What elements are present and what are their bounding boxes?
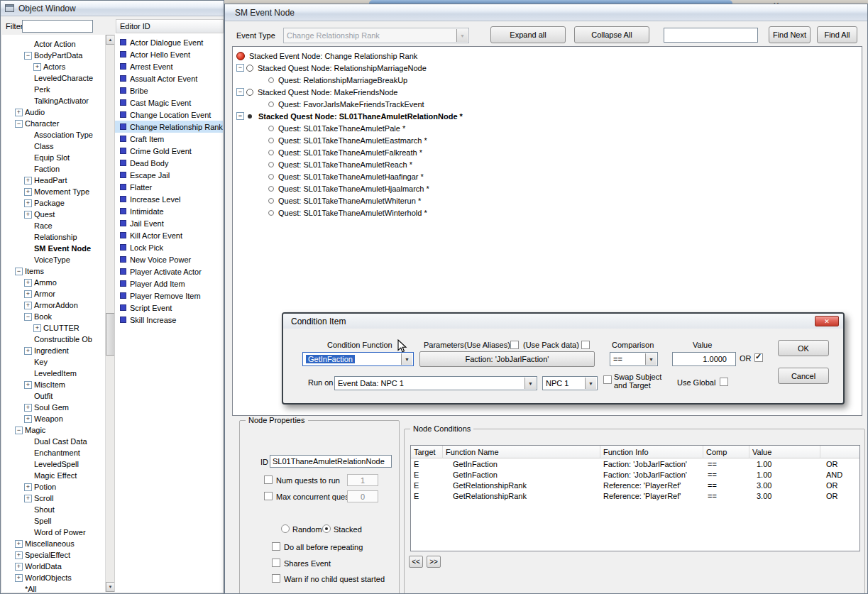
editor-id-item[interactable]: Kill Actor Event	[115, 229, 223, 241]
expand-icon[interactable]: +	[24, 177, 32, 185]
column-header-value[interactable]: Value	[749, 446, 820, 458]
editor-id-item[interactable]: Crime Gold Event	[115, 145, 223, 157]
object-tree-item[interactable]: +Potion	[2, 481, 105, 493]
node-id-input[interactable]	[270, 455, 392, 468]
use-aliases-checkbox[interactable]	[510, 341, 519, 349]
tree-scrollbar[interactable]: ▲ ▼	[105, 35, 114, 592]
sm-tree-item[interactable]: Quest: SL01TakeThaneAmuletReach *	[233, 158, 862, 170]
expand-icon[interactable]: +	[24, 404, 32, 412]
cancel-button[interactable]: Cancel	[778, 368, 829, 384]
object-tree-item[interactable]: VoiceType	[2, 254, 105, 265]
object-tree-item[interactable]: LeveledSpell	[2, 458, 105, 470]
sm-tree-item[interactable]: Quest: SL01TakeThaneAmuletFalkreath *	[233, 146, 862, 158]
object-tree-item[interactable]: Race	[2, 220, 105, 231]
find-all-button[interactable]: Find All	[817, 26, 857, 43]
editor-id-item[interactable]: Dead Body	[115, 157, 223, 169]
swap-subject-checkbox[interactable]	[603, 375, 612, 384]
condition-row[interactable]: EGetInFactionFaction: 'JobJarlFaction'==…	[411, 469, 859, 480]
object-tree-item[interactable]: Equip Slot	[2, 152, 105, 163]
object-tree-item[interactable]: +Audio	[2, 106, 105, 118]
object-tree-item[interactable]: Enchantment	[2, 447, 105, 458]
expand-icon[interactable]: +	[24, 279, 32, 287]
object-tree-item[interactable]: Perk	[2, 84, 105, 95]
editor-id-item[interactable]: Craft Item	[115, 133, 223, 145]
editor-id-item[interactable]: Change Relationship Rank	[115, 121, 223, 133]
expand-icon[interactable]: +	[33, 63, 41, 71]
collapse-icon[interactable]: −	[236, 112, 244, 120]
use-pack-data-checkbox[interactable]	[581, 341, 590, 349]
chevron-down-icon[interactable]: ▼	[401, 353, 412, 365]
object-window-titlebar[interactable]: Object Window	[1, 1, 224, 16]
object-tree-item[interactable]: +WorldObjects	[2, 572, 105, 583]
object-tree-item[interactable]: Association Type	[2, 129, 105, 141]
collapse-icon[interactable]: −	[15, 427, 23, 434]
expand-icon[interactable]: +	[33, 324, 41, 332]
parameters-button[interactable]: Faction: 'JobJarlFaction'	[419, 351, 595, 367]
filter-input[interactable]	[22, 20, 93, 33]
editor-id-item[interactable]: Cast Magic Event	[115, 97, 223, 109]
object-tree-item[interactable]: +HeadPart	[2, 175, 105, 186]
sm-tree-item[interactable]: Stacked Event Node: Change Relationship …	[233, 50, 862, 62]
ok-button[interactable]: OK	[778, 340, 829, 356]
editor-id-item[interactable]: Increase Level	[115, 193, 223, 205]
sm-tree-item[interactable]: Quest: SL01TakeThaneAmuletHjaalmarch *	[233, 182, 862, 194]
column-header-function-info[interactable]: Function Info	[600, 446, 703, 458]
object-tree-item[interactable]: +Scroll	[2, 493, 105, 504]
object-tree-item[interactable]: +Soul Gem	[2, 402, 105, 413]
editor-id-item[interactable]: Player Remove Item	[115, 290, 223, 302]
editor-id-item[interactable]: Jail Event	[115, 217, 223, 229]
sm-tree-item[interactable]: −Stacked Quest Node: RelationshipMarriag…	[233, 62, 862, 74]
object-tree-item[interactable]: +Quest	[2, 209, 105, 220]
expand-all-button[interactable]: Expand all	[490, 26, 566, 43]
condition-dialog-titlebar[interactable]: Condition Item	[283, 314, 843, 329]
object-tree-item[interactable]: −Magic	[2, 424, 105, 436]
expand-icon[interactable]: +	[24, 381, 32, 389]
object-tree-item[interactable]: −BodyPartData	[2, 50, 105, 61]
sm-tree-item[interactable]: Quest: SL01TakeThaneAmuletHaafingar *	[233, 170, 862, 182]
expand-icon[interactable]: +	[15, 563, 23, 571]
expand-icon[interactable]: +	[15, 540, 23, 548]
find-input[interactable]	[664, 28, 758, 43]
close-button[interactable]: ✕	[815, 316, 839, 326]
object-tree-item[interactable]: Key	[2, 356, 105, 368]
object-tree-item[interactable]: Spell	[2, 515, 105, 527]
expand-icon[interactable]: +	[15, 109, 23, 116]
use-global-checkbox[interactable]	[720, 378, 728, 386]
expand-icon[interactable]: +	[24, 302, 32, 309]
object-tree-item[interactable]: −Items	[2, 265, 105, 277]
object-tree-item[interactable]: TalkingActivator	[2, 95, 105, 106]
object-tree-item[interactable]: SM Event Node	[2, 243, 105, 254]
expand-icon[interactable]: +	[24, 290, 32, 298]
expand-icon[interactable]: +	[24, 199, 32, 207]
sm-window-titlebar[interactable]: SM Event Node	[225, 4, 867, 21]
object-tree-item[interactable]: −Book	[2, 311, 105, 322]
editor-id-item[interactable]: Lock Pick	[115, 241, 223, 253]
collapse-icon[interactable]: −	[24, 313, 32, 321]
collapse-icon[interactable]: −	[236, 64, 244, 72]
expand-icon[interactable]: +	[15, 551, 23, 559]
object-tree-item[interactable]: +Miscellaneous	[2, 538, 105, 549]
column-header-or[interactable]	[820, 446, 860, 458]
column-header-target[interactable]: Target	[411, 446, 443, 458]
num-quests-input[interactable]	[347, 474, 378, 486]
editor-id-item[interactable]: Player Add Item	[115, 277, 223, 290]
condition-row[interactable]: EGetRelationshipRankReference: 'PlayerRe…	[411, 490, 859, 501]
object-tree-item[interactable]: −Character	[2, 118, 105, 129]
sm-tree-item[interactable]: −Stacked Quest Node: SL01ThaneAmuletRela…	[233, 110, 862, 122]
event-type-combo[interactable]: Change Relationship Rank ▼	[283, 28, 469, 43]
object-tree-item[interactable]: LeveledCharacte	[2, 72, 105, 84]
chevron-down-icon[interactable]: ▼	[524, 378, 536, 389]
editor-id-item[interactable]: Arrest Event	[115, 60, 223, 72]
object-tree-item[interactable]: +Armor	[2, 288, 105, 299]
object-tree-item[interactable]: +Ingredient	[2, 345, 105, 356]
collapse-icon[interactable]: −	[24, 52, 32, 60]
object-tree-item[interactable]: Shout	[2, 504, 105, 515]
object-tree-item[interactable]: +Movement Type	[2, 186, 105, 197]
object-tree-item[interactable]: +ArmorAddon	[2, 299, 105, 311]
expand-icon[interactable]: +	[24, 188, 32, 196]
random-radio[interactable]	[281, 524, 290, 533]
move-condition-up-button[interactable]: <<	[409, 556, 423, 568]
expand-icon[interactable]: +	[24, 347, 32, 355]
condition-row[interactable]: EGetInFactionFaction: 'JobJarlFaction'==…	[411, 458, 859, 469]
collapse-icon[interactable]: −	[236, 88, 244, 96]
